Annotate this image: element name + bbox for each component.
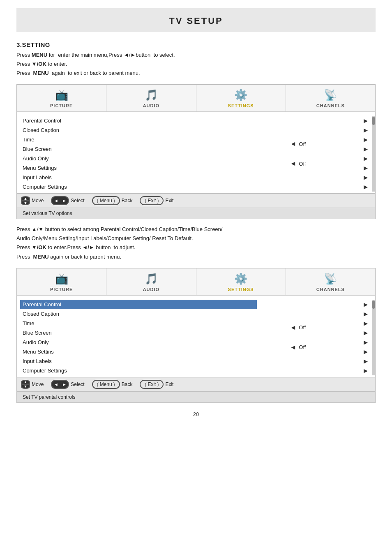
- up-btn-2[interactable]: ▲: [21, 380, 30, 384]
- blue-screen-control-2: ◄ Off: [290, 324, 306, 331]
- menu-bar-1: 📺 PICTURE 🎵 AUDIO ⚙️ SETTINGS 📡 CHANNELS: [17, 85, 375, 112]
- left-arrow-1[interactable]: ◄: [290, 140, 297, 148]
- lr-btn-2: ◄ ►: [51, 380, 69, 389]
- list-item-blue-screen-1[interactable]: Blue Screen: [23, 144, 257, 154]
- up-btn-1[interactable]: ▲: [21, 196, 30, 201]
- menu-pill-1[interactable]: (Menu): [92, 196, 120, 205]
- tab-audio-2[interactable]: 🎵 AUDIO: [106, 268, 196, 295]
- move-label-1: Move: [32, 198, 44, 204]
- list-item[interactable]: Menu Settings: [23, 163, 257, 173]
- tab-picture-label-2: PICTURE: [50, 287, 73, 292]
- tab-audio-1[interactable]: 🎵 AUDIO: [106, 85, 196, 111]
- tab-audio-label-1: AUDIO: [143, 103, 159, 108]
- right-nav-btn-2[interactable]: ►: [60, 380, 69, 389]
- tv-icon-2: 📺: [55, 273, 68, 285]
- settings-center-1: ◄ Off ◄ Off: [257, 116, 339, 192]
- ui-box-2: 📺 PICTURE 🎵 AUDIO ⚙️ SETTINGS 📡 CHANNELS…: [16, 268, 376, 403]
- exit-label-1: Exit: [165, 198, 173, 204]
- down-btn-2[interactable]: ▼: [21, 384, 30, 389]
- list-item[interactable]: Input Labels: [23, 173, 257, 182]
- select-btn-1[interactable]: ◄ ► Select: [51, 196, 84, 205]
- page-title: TV SETUP: [16, 8, 376, 32]
- right-arrow-item: ▶: [339, 163, 368, 173]
- up-down-btn-2: ▲ ▼: [21, 380, 30, 389]
- right-arrow-item: ▶: [339, 300, 368, 309]
- right-arrow-item: ▶: [339, 173, 368, 182]
- left-arrow-2[interactable]: ◄: [290, 160, 297, 167]
- move-btn-1[interactable]: ▲ ▼ Move: [21, 196, 44, 205]
- right-arrow-item: ▶: [339, 356, 368, 366]
- back-btn-2[interactable]: (Menu) Back: [92, 380, 133, 389]
- dish-icon-2: 📡: [324, 273, 337, 285]
- left-nav-btn-1[interactable]: ◄: [51, 196, 60, 205]
- move-btn-2[interactable]: ▲ ▼ Move: [21, 380, 44, 389]
- list-item[interactable]: Computer Settings: [23, 182, 257, 192]
- right-arrow-item: ▶: [339, 338, 368, 347]
- nav-bar-1: ▲ ▼ Move ◄ ► Select (Menu) Back (Exit) E…: [17, 193, 375, 208]
- right-nav-btn-1[interactable]: ►: [60, 196, 69, 205]
- list-item[interactable]: Closed Caption: [23, 309, 257, 319]
- tab-audio-label-2: AUDIO: [143, 287, 159, 292]
- left-arrow-3[interactable]: ◄: [290, 324, 297, 331]
- list-item[interactable]: Time: [23, 319, 257, 328]
- list-item-menu-settins[interactable]: Menu Settins: [23, 347, 257, 356]
- nav-bar-2: ▲ ▼ Move ◄ ► Select (Menu) Back (Exit) E…: [17, 377, 375, 391]
- tab-settings-1[interactable]: ⚙️ SETTINGS: [196, 85, 286, 111]
- menu-pill-2[interactable]: (Menu): [92, 380, 120, 389]
- settings-list-2: Parental Control Closed Caption Time Blu…: [17, 300, 257, 375]
- tab-picture-2[interactable]: 📺 PICTURE: [17, 268, 106, 295]
- tab-picture-label-1: PICTURE: [50, 103, 73, 108]
- list-item-parental-2[interactable]: Parental Control: [20, 300, 257, 309]
- up-down-btn-1: ▲ ▼: [21, 196, 30, 205]
- right-arrow-item: ▶: [339, 182, 368, 192]
- list-item[interactable]: Time: [23, 135, 257, 144]
- left-arrow-4[interactable]: ◄: [290, 344, 297, 351]
- right-arrow-item: ▶: [339, 328, 368, 338]
- exit-btn-2[interactable]: (Exit) Exit: [140, 380, 173, 389]
- tab-channels-1[interactable]: 📡 CHANNELS: [286, 85, 375, 111]
- list-item-audio-only-2[interactable]: Audio Only: [23, 338, 257, 347]
- back-label-2: Back: [122, 382, 133, 387]
- tab-settings-label-2: SETTINGS: [228, 287, 254, 292]
- note-icon: 🎵: [145, 89, 158, 102]
- settings-right-1: ▶ ▶ ▶ ▶ ▶ ▶ ▶ ▶: [339, 116, 372, 192]
- exit-pill-1[interactable]: (Exit): [140, 196, 164, 205]
- tab-settings-label-1: SETTINGS: [228, 103, 254, 108]
- blue-screen-value-2: Off: [299, 324, 306, 331]
- list-item[interactable]: Closed Caption: [23, 125, 257, 135]
- blue-screen-control-1: ◄ Off: [290, 140, 306, 148]
- tab-settings-2[interactable]: ⚙️ SETTINGS: [196, 268, 286, 295]
- right-arrow-item: ▶: [339, 135, 368, 144]
- settings-center-2: ◄ Off ◄ Off: [257, 300, 339, 375]
- audio-only-control-1: ◄ Off: [290, 160, 306, 167]
- exit-pill-2[interactable]: (Exit): [140, 380, 164, 389]
- list-item[interactable]: Computer Settings: [23, 366, 257, 375]
- lr-btn-1: ◄ ►: [51, 196, 69, 205]
- menu-bar-2: 📺 PICTURE 🎵 AUDIO ⚙️ SETTINGS 📡 CHANNELS: [17, 268, 375, 296]
- right-panel-1: ▶ ▶ ▶ ▶ ▶ ▶ ▶ ▶: [339, 116, 375, 192]
- settings-list-1: Parental Control Closed Caption Time Blu…: [17, 116, 257, 192]
- right-arrow-item: ▶: [339, 154, 368, 163]
- select-btn-2[interactable]: ◄ ► Select: [51, 380, 84, 389]
- right-arrow-item: ▶: [339, 144, 368, 154]
- list-item[interactable]: Parental Control: [23, 116, 257, 125]
- settings-area-1: Parental Control Closed Caption Time Blu…: [17, 112, 375, 193]
- audio-only-control-2: ◄ Off: [290, 344, 306, 351]
- back-btn-1[interactable]: (Menu) Back: [92, 196, 133, 205]
- tab-channels-label-2: CHANNELS: [316, 287, 345, 292]
- left-nav-btn-2[interactable]: ◄: [51, 380, 60, 389]
- tab-picture-1[interactable]: 📺 PICTURE: [17, 85, 106, 111]
- select-label-2: Select: [71, 382, 84, 387]
- list-item[interactable]: Input Labels: [23, 356, 257, 366]
- list-item-audio-only-1[interactable]: Audio Only: [23, 154, 257, 163]
- tv-icon: 📺: [55, 89, 68, 102]
- exit-btn-1[interactable]: (Exit) Exit: [140, 196, 173, 205]
- section-heading: 3.SETTING: [16, 41, 376, 48]
- down-btn-1[interactable]: ▼: [21, 201, 30, 205]
- scroll-bar-2[interactable]: [372, 300, 375, 375]
- right-panel-2: ▶ ▶ ▶ ▶ ▶ ▶ ▶ ▶: [339, 300, 375, 375]
- scroll-bar-1[interactable]: [372, 116, 375, 192]
- back-label-1: Back: [122, 198, 133, 204]
- list-item-blue-screen-2[interactable]: Blue Screen: [23, 328, 257, 338]
- tab-channels-2[interactable]: 📡 CHANNELS: [286, 268, 375, 295]
